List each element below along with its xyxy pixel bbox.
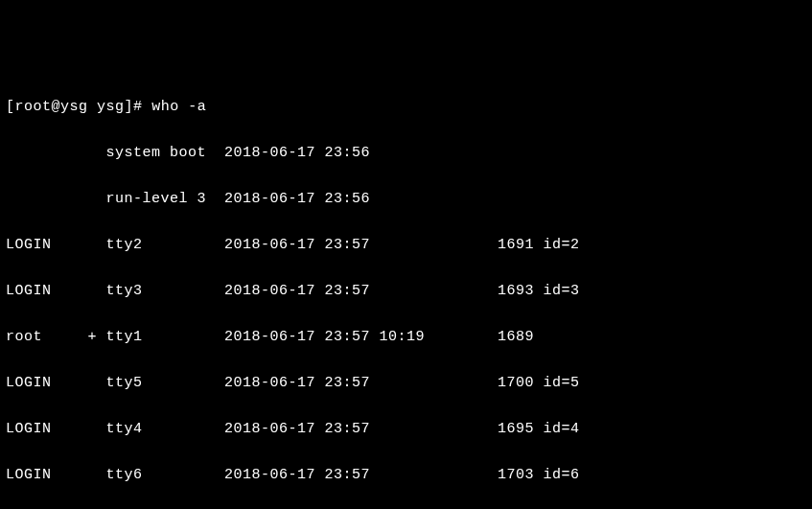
output-row: LOGIN tty2 2018-06-17 23:57 1691 id=2 (6, 234, 806, 257)
output-row: LOGIN tty3 2018-06-17 23:57 1693 id=3 (6, 280, 806, 303)
output-row: LOGIN tty6 2018-06-17 23:57 1703 id=6 (6, 464, 806, 487)
output-row: LOGIN tty5 2018-06-17 23:57 1700 id=5 (6, 372, 806, 395)
prompt-at: @ (52, 99, 61, 115)
prompt-user: root (15, 99, 52, 115)
prompt-space (88, 99, 98, 115)
command-text: who -a (151, 99, 206, 115)
prompt-bracket-open: [ (6, 99, 15, 115)
output-row: LOGIN tty4 2018-06-17 23:57 1695 id=4 (6, 418, 806, 441)
output-row: run-level 3 2018-06-17 23:56 (6, 188, 806, 211)
prompt-host: ysg (60, 99, 88, 115)
prompt-hash: # (133, 99, 151, 115)
prompt-line-1[interactable]: [root@ysg ysg]# who -a (6, 96, 806, 119)
prompt-bracket-close: ] (125, 99, 134, 115)
prompt-cwd: ysg (97, 99, 125, 115)
output-row: root + tty1 2018-06-17 23:57 10:19 1689 (6, 326, 806, 349)
output-row: system boot 2018-06-17 23:56 (6, 142, 806, 165)
